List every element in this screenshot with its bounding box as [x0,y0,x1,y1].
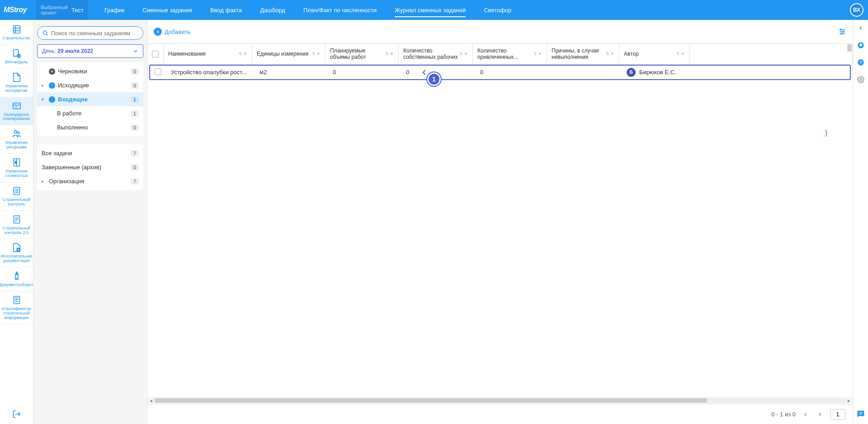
svg-point-35 [843,31,844,33]
scroll-right-arrow[interactable]: ► [845,398,853,403]
user-avatar[interactable]: ВХ [850,3,863,17]
cell-plan: 0 [328,66,401,78]
top-tab[interactable]: Сменные задания [135,0,199,20]
chevron-down-icon [133,48,138,54]
vertical-scrollbar[interactable] [847,44,852,52]
filter-settings-button[interactable] [838,28,846,36]
scroll-left-arrow[interactable]: ◄ [147,398,155,403]
cell-unit: м2 [255,66,328,78]
grid-body: Устройство опалубки рост...м2000ББирюков… [147,65,853,397]
column-header[interactable]: Количество собственных рабочих⇅ ▼ [399,44,473,64]
help-button[interactable]: ? [856,58,865,67]
tree-item[interactable]: Выполнено0 [37,120,143,134]
pager-summary: 0 - 1 из 0 [771,411,796,418]
horizontal-scrollbar[interactable]: ◄ ► [147,397,853,404]
chat-button[interactable] [856,410,865,419]
data-grid: Наименование⇅ ▼ Единицы измерения⇅ ▼ Пла… [147,43,853,424]
tree-item[interactable]: Завершенные (архив)0 [37,160,143,174]
tree-item[interactable]: Все задачи7 [37,146,143,160]
rail-item[interactable]: Управление ресурсами [0,125,33,154]
folder-tree: мЧерновики0▸↑Исходящие0▾↓Входящие1В рабо… [37,62,143,136]
page-input[interactable] [830,409,845,420]
project-label: Выбранный проект: [41,5,68,15]
search-icon [42,30,48,36]
plus-icon: + [154,28,162,36]
pager: 0 - 1 из 0 [147,404,853,424]
top-tabs: ГрафикСменные заданияВвод фактаДашбордПл… [97,0,519,20]
search-box[interactable] [37,26,143,40]
filter-tree: Все задачи7Завершенные (архив)0▸Организа… [37,144,143,190]
logo: MStroy [0,6,36,14]
cell-author: ББирюков Е.С. [622,65,693,80]
tree-item[interactable]: В работе1 [37,106,143,120]
svg-point-34 [840,29,842,30]
add-button[interactable]: + Добавить [154,28,190,36]
rail-item[interactable]: Строительный контроль [0,182,33,211]
rail-item[interactable]: BIM-модель [0,45,33,69]
column-header[interactable]: Наименование⇅ ▼ [164,44,252,64]
rail-item[interactable]: Документооборот [0,267,33,291]
header-checkbox[interactable] [147,44,164,64]
pager-prev[interactable] [801,410,810,419]
tree-item[interactable]: ▸↑Исходящие0 [37,78,143,92]
svg-point-29 [43,31,47,34]
tour-connector: ) [825,129,827,137]
rail-item[interactable]: Строительный контроль 2.0 [0,211,33,239]
top-tab[interactable]: Дашборд [253,0,292,20]
toolbar: + Добавить [147,20,853,43]
author-avatar: Б [627,68,636,77]
left-rail: СтроительствоBIM-модельУправление контра… [0,20,33,424]
grid-header: Наименование⇅ ▼ Единицы измерения⇅ ▼ Пла… [147,43,853,65]
svg-point-40 [860,79,862,81]
row-checkbox[interactable] [155,68,161,75]
top-tab[interactable]: Ввод факта [203,0,249,20]
column-header[interactable]: Причины, в случае невыполнения⇅ ▼ [547,44,619,64]
project-name: Тест [71,7,84,14]
logout-button[interactable] [7,404,27,424]
table-row[interactable]: Устройство опалубки рост...м2000ББирюков… [149,65,851,80]
svg-text:$: $ [15,161,17,164]
top-tab[interactable]: Журнал сменных заданий [387,0,473,20]
rail-item[interactable]: $Управление стоимостью [0,154,33,182]
date-selector[interactable]: День: 29 июля 2022 [37,44,143,58]
top-tab[interactable]: График [97,0,132,20]
column-header[interactable]: Автор⇅ ▼ [619,44,690,64]
search-input[interactable] [51,30,138,37]
svg-rect-6 [13,103,20,109]
settings-button[interactable] [856,75,865,84]
svg-rect-0 [13,26,20,33]
tree-item[interactable]: мЧерновики0 [37,64,143,78]
notifications-button[interactable] [856,41,865,50]
rail-item[interactable]: Строительство [0,22,33,45]
top-tab[interactable]: Светофор [476,0,519,20]
rail-item[interactable]: Календарное планирование [0,97,33,126]
cell-reason [550,70,622,75]
top-bar: MStroy Выбранный проект: Тест ГрафикСмен… [0,0,868,20]
column-header[interactable]: Единицы измерения⇅ ▼ [252,44,326,64]
tree-item[interactable]: ▸Организация7 [37,174,143,188]
rail-item[interactable]: Управление контрактом [0,69,33,97]
tree-item[interactable]: ▾↓Входящие1 [37,92,143,106]
collapse-panel-button[interactable] [856,24,865,33]
cell-name: Устройство опалубки рост... [166,66,255,78]
side-panel: День: 29 июля 2022 мЧерновики0▸↑Исходящи… [33,20,147,424]
column-header[interactable]: Количество привлеченных...⇅ ▼ [473,44,547,64]
main-content: + Добавить Наименование⇅ ▼ Единицы измер… [147,20,853,424]
top-tab[interactable]: План/Факт по численности [296,0,384,20]
column-header[interactable]: Планируемые объемы работ⇅ ▼ [326,44,399,64]
svg-point-9 [14,131,17,133]
cell-attracted: 0 [476,66,550,78]
svg-text:?: ? [859,60,862,65]
svg-point-36 [841,33,842,34]
project-selector[interactable]: Выбранный проект: Тест [36,0,88,20]
svg-point-10 [17,132,19,134]
svg-rect-23 [15,275,18,279]
rail-item[interactable]: Исполнительная документация [0,239,33,267]
tour-step-badge: 1 [427,72,441,86]
rail-item[interactable]: Классификатор строительной информации [0,291,33,324]
svg-line-30 [47,34,48,36]
svg-rect-24 [14,296,19,304]
pager-next[interactable] [816,410,825,419]
right-rail: ? [853,20,868,424]
